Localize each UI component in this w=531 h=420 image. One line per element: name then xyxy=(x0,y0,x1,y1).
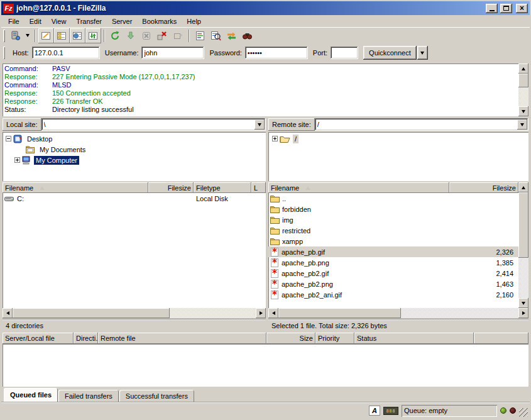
minimize-button[interactable] xyxy=(486,4,498,13)
menu-help[interactable]: Help xyxy=(182,16,206,26)
remote-file-row[interactable]: *apache_pb2.gif 2,414 xyxy=(268,268,518,279)
column-remote-file[interactable]: Remote file xyxy=(98,333,266,344)
scroll-left-button[interactable] xyxy=(268,308,278,318)
remote-file-row[interactable]: img xyxy=(268,214,518,225)
remote-file-row[interactable]: *apache_pb2_ani.gif 2,160 xyxy=(268,289,518,300)
password-input[interactable] xyxy=(245,47,308,59)
toggle-local-tree-button[interactable] xyxy=(54,28,70,43)
column-size[interactable]: Size xyxy=(266,333,315,344)
quickconnect-button[interactable]: Quickconnect xyxy=(363,46,417,60)
disconnect-button[interactable] xyxy=(155,28,170,43)
remote-file-row[interactable]: *apache_pb.png 1,385 xyxy=(268,257,518,268)
directory-comparison-button[interactable] xyxy=(208,28,224,43)
reconnect-button[interactable] xyxy=(170,28,186,43)
scroll-up-button[interactable] xyxy=(518,64,528,74)
scroll-thumb[interactable] xyxy=(518,192,528,258)
column-direction[interactable]: Directi... xyxy=(74,333,98,344)
menu-server[interactable]: Server xyxy=(107,16,137,26)
maximize-button[interactable] xyxy=(500,4,512,13)
scroll-thumb[interactable] xyxy=(518,74,528,87)
column-filesize[interactable]: Filesize xyxy=(148,182,194,193)
tab-failed-transfers[interactable]: Failed transfers xyxy=(58,390,119,402)
queue-body[interactable] xyxy=(3,344,528,387)
local-site-input[interactable] xyxy=(43,120,255,129)
column-lastmodified[interactable]: L xyxy=(251,182,266,193)
synchronized-browsing-button[interactable] xyxy=(224,28,239,43)
tree-item-root[interactable]: / xyxy=(268,133,528,144)
menu-bookmarks[interactable]: Bookmarks xyxy=(137,16,182,26)
transfer-type-icon[interactable] xyxy=(369,406,380,416)
remote-site-combo[interactable] xyxy=(315,118,528,131)
remote-file-row[interactable]: restricted xyxy=(268,225,518,236)
column-status[interactable]: Status xyxy=(354,333,474,344)
scroll-right-button[interactable] xyxy=(518,308,528,318)
scroll-track[interactable] xyxy=(401,308,518,318)
find-files-button[interactable] xyxy=(239,28,255,43)
tab-successful-transfers[interactable]: Successful transfers xyxy=(119,390,194,402)
tab-queued-files[interactable]: Queued files xyxy=(4,388,58,402)
local-file-row[interactable]: C: Local Disk xyxy=(3,193,266,204)
remote-file-row[interactable]: xampp xyxy=(268,236,518,246)
expand-icon[interactable] xyxy=(14,157,20,163)
scroll-down-button[interactable] xyxy=(518,298,528,308)
collapse-icon[interactable] xyxy=(6,136,11,141)
local-site-combo[interactable] xyxy=(41,118,266,131)
quickconnect-grip[interactable] xyxy=(3,47,5,59)
remote-site-dropdown-button[interactable] xyxy=(517,119,527,130)
scroll-thumb[interactable] xyxy=(278,308,401,318)
refresh-button[interactable] xyxy=(107,28,123,43)
arrow-left-icon xyxy=(6,311,9,315)
resize-grip[interactable] xyxy=(519,408,528,417)
remote-horizontal-scrollbar[interactable] xyxy=(268,308,528,318)
toggle-message-log-button[interactable] xyxy=(38,28,54,43)
site-manager-dropdown-button[interactable] xyxy=(23,28,32,43)
tree-item-desktop[interactable]: Desktop xyxy=(3,133,266,144)
speed-limit-icon[interactable] xyxy=(383,407,398,415)
tree-item-my-documents[interactable]: My Documents xyxy=(3,144,266,155)
scroll-thumb[interactable] xyxy=(13,308,170,318)
column-filename[interactable]: Filename xyxy=(3,182,148,193)
remote-tree: / xyxy=(268,132,528,181)
close-button[interactable]: × xyxy=(516,4,528,13)
process-queue-button[interactable] xyxy=(123,28,139,43)
scroll-track[interactable] xyxy=(518,258,528,298)
menu-file[interactable]: File xyxy=(3,16,25,26)
expand-icon[interactable] xyxy=(272,136,278,141)
username-input[interactable] xyxy=(141,47,204,59)
filter-button[interactable] xyxy=(192,28,208,43)
menu-transfer[interactable]: Transfer xyxy=(71,16,107,26)
menu-view[interactable]: View xyxy=(47,16,72,26)
port-input[interactable] xyxy=(331,47,358,59)
site-manager-button[interactable] xyxy=(8,28,23,43)
log-scrollbar[interactable] xyxy=(518,64,528,116)
remote-file-row[interactable]: *apache_pb2.png 1,463 xyxy=(268,279,518,289)
scroll-track[interactable] xyxy=(518,87,528,106)
scroll-track[interactable] xyxy=(170,308,256,318)
remote-file-row[interactable]: forbidden xyxy=(268,204,518,214)
file-name-cell: restricted xyxy=(268,227,449,235)
tree-item-my-computer[interactable]: My Computer xyxy=(3,155,266,165)
host-input[interactable] xyxy=(32,47,100,59)
quickconnect-dropdown-button[interactable] xyxy=(417,46,428,60)
remote-file-row-selected[interactable]: *apache_pb.gif 2,326 xyxy=(268,246,518,257)
scroll-right-button[interactable] xyxy=(256,308,266,318)
remote-site-input[interactable] xyxy=(316,120,517,129)
column-filetype[interactable]: Filetype xyxy=(194,182,251,193)
remote-file-row[interactable]: .. xyxy=(268,193,518,204)
toggle-remote-tree-button[interactable] xyxy=(70,28,85,43)
cancel-operation-button[interactable] xyxy=(139,28,155,43)
toggle-transfer-queue-button[interactable] xyxy=(85,28,101,43)
column-filename[interactable]: Filename xyxy=(268,182,449,193)
column-filesize[interactable]: Filesize xyxy=(449,182,518,193)
titlebar[interactable]: Fz john@127.0.0.1 - FileZilla × xyxy=(1,1,530,15)
column-server-local-file[interactable]: Server/Local file xyxy=(3,333,74,344)
scroll-down-button[interactable] xyxy=(518,106,528,116)
scroll-left-button[interactable] xyxy=(3,308,13,318)
column-priority[interactable]: Priority xyxy=(315,333,354,344)
remote-vertical-scrollbar[interactable] xyxy=(518,182,528,308)
menu-edit[interactable]: Edit xyxy=(25,16,47,26)
local-site-dropdown-button[interactable] xyxy=(255,119,265,130)
toolbar-grip[interactable] xyxy=(3,30,5,42)
scroll-up-button[interactable] xyxy=(518,182,528,192)
local-horizontal-scrollbar[interactable] xyxy=(3,308,266,318)
